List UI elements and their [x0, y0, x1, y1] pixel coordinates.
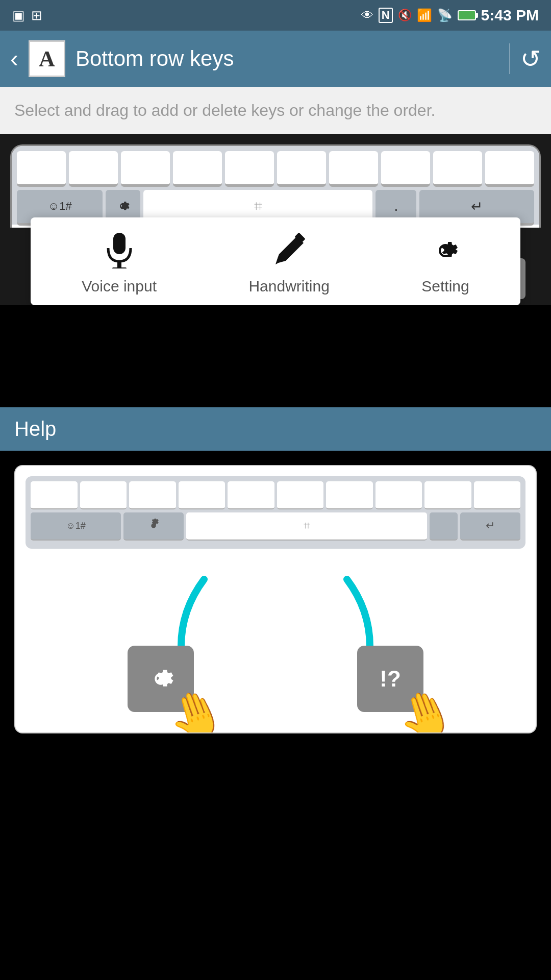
help-header: Help	[0, 407, 551, 451]
help-key-2	[80, 481, 127, 509]
help-section: Help ☺1#	[0, 407, 551, 733]
key-t[interactable]	[225, 151, 274, 186]
phone-frame: ☺1# ⌗ . ↵	[10, 144, 541, 228]
svg-rect-1	[117, 261, 121, 267]
right-key-area: !? 🤚	[357, 646, 423, 712]
key-q[interactable]	[17, 151, 66, 186]
svg-rect-0	[113, 233, 126, 254]
key-u[interactable]	[329, 151, 378, 186]
help-illustration: ☺1# ⌗ ↵	[14, 465, 537, 733]
key-e[interactable]	[121, 151, 170, 186]
help-key-7	[326, 481, 373, 509]
key-r[interactable]	[173, 151, 222, 186]
action-bar: ‹ A Bottom row keys ↺	[0, 31, 551, 87]
voice-input-item[interactable]: Voice input	[66, 233, 172, 295]
help-space-key: ⌗	[186, 512, 427, 541]
svg-rect-2	[112, 267, 127, 268]
key-p[interactable]	[485, 151, 534, 186]
status-time: 5:43 PM	[481, 7, 539, 24]
help-keyboard: ☺1# ⌗ ↵	[26, 476, 525, 549]
battery-icon	[458, 10, 476, 20]
app-icon: A	[29, 40, 65, 77]
back-button[interactable]: ‹	[10, 46, 18, 71]
bottom-area	[0, 748, 551, 952]
voice-input-label: Voice input	[82, 278, 157, 295]
handwriting-label: Handwriting	[248, 278, 329, 295]
left-key-area: 🤚	[128, 646, 194, 712]
help-settings-key	[123, 512, 184, 541]
help-kb-top-row	[31, 481, 520, 509]
gear-icon	[428, 233, 463, 268]
popup-menu: Voice input Handwriting Setting	[31, 217, 520, 305]
gap-area	[0, 305, 551, 366]
setting-item[interactable]: Setting	[406, 233, 484, 295]
help-period-key	[430, 512, 458, 541]
pen-icon	[271, 233, 307, 268]
drag-illustration: 🤚 !? 🤚	[26, 549, 525, 722]
keyboard-preview: ☺1# ⌗ . ↵	[0, 134, 551, 305]
handwriting-item[interactable]: Handwriting	[233, 233, 344, 295]
subtitle-text: Select and drag to add or delete keys or…	[0, 87, 551, 134]
page-title: Bottom row keys	[76, 46, 499, 71]
help-key-6	[277, 481, 324, 509]
key-o[interactable]	[433, 151, 482, 186]
help-key-4	[179, 481, 226, 509]
keyboard-top-partial-row	[17, 151, 534, 186]
nfc-icon: N	[379, 8, 393, 23]
help-key-8	[375, 481, 422, 509]
help-key-3	[129, 481, 176, 509]
voicemail-icon: ⊞	[31, 8, 42, 23]
eye-icon: 👁	[361, 8, 373, 22]
subtitle-label: Select and drag to add or delete keys or…	[14, 101, 435, 119]
key-i[interactable]	[381, 151, 430, 186]
mic-icon	[104, 233, 135, 268]
help-emoji-key: ☺1#	[31, 512, 121, 541]
help-title: Help	[14, 418, 56, 440]
help-key-10	[474, 481, 521, 509]
gallery-icon: ▣	[12, 8, 25, 23]
help-kb-bottom-row: ☺1# ⌗ ↵	[31, 512, 520, 541]
signal-icon: 📡	[437, 8, 453, 22]
setting-label: Setting	[421, 278, 469, 295]
divider	[509, 43, 510, 74]
arrows-svg	[26, 549, 525, 722]
help-key-1	[31, 481, 78, 509]
popup-menu-container: Voice input Handwriting Setting	[10, 217, 541, 305]
status-bar-left-icons: ▣ ⊞	[12, 8, 42, 23]
status-bar: ▣ ⊞ 👁 N 🔇 📶 📡 5:43 PM	[0, 0, 551, 31]
keyboard-rows: ☺1# ⌗ . ↵	[12, 146, 539, 225]
status-bar-right-icons: 👁 N 🔇 📶 📡 5:43 PM	[361, 7, 539, 24]
key-w[interactable]	[69, 151, 118, 186]
help-enter-key: ↵	[460, 512, 520, 541]
help-key-5	[228, 481, 274, 509]
wifi-icon: 📶	[417, 8, 432, 22]
key-y[interactable]	[277, 151, 326, 186]
refresh-button[interactable]: ↺	[520, 44, 541, 73]
help-key-9	[424, 481, 471, 509]
mute-icon: 🔇	[398, 9, 412, 22]
